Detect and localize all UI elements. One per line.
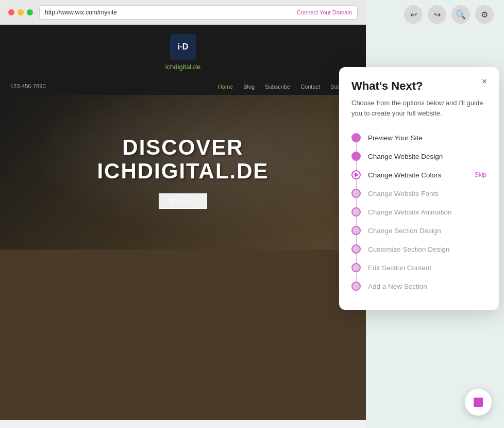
step-change-fonts[interactable]: Change Website Fonts xyxy=(351,184,486,203)
url-text: http://www.wix.com/mysite xyxy=(45,9,297,16)
hero-explore-button[interactable]: Explore xyxy=(159,193,207,209)
step-dot-6 xyxy=(351,226,361,235)
step-label-3: Change Website Colors xyxy=(368,171,471,179)
step-change-colors[interactable]: Change Website Colors Skip xyxy=(351,166,486,184)
traffic-lights xyxy=(8,9,33,15)
step-label-8: Edit Section Content xyxy=(368,264,486,272)
step-change-section-design[interactable]: Change Section Design xyxy=(351,221,486,240)
panel-title: What's Next? xyxy=(351,79,486,93)
nav-subscribe[interactable]: Subscribe xyxy=(265,84,290,90)
minimize-traffic-light[interactable] xyxy=(18,9,24,15)
browser-titlebar: http://www.wix.com/mysite Connect Your D… xyxy=(0,0,366,25)
steps-list: Preview Your Site Change Website Design … xyxy=(351,128,486,295)
step-dot-4 xyxy=(351,189,361,198)
step-label-4: Change Website Fonts xyxy=(368,190,486,197)
site-phone: 123-456-7890 xyxy=(10,83,46,89)
website-content: i·D ichdigital.de 123-456-7890 Home Blog… xyxy=(0,25,366,428)
close-traffic-light[interactable] xyxy=(8,9,14,15)
step-label-1: Preview Your Site xyxy=(368,134,486,142)
lower-section xyxy=(0,250,366,420)
settings-button[interactable]: ⚙ xyxy=(475,5,494,24)
step-label-9: Add a New Section xyxy=(368,283,486,290)
step-dot-9 xyxy=(351,282,361,291)
step-add-section[interactable]: Add a New Section xyxy=(351,277,486,295)
step-dot-5 xyxy=(351,207,361,217)
site-nav-links: Home Blog Subscribe Contact Subscribe xyxy=(218,81,356,91)
nav-blog[interactable]: Blog xyxy=(243,84,255,90)
step-label-5: Change Website Animation xyxy=(368,208,486,216)
site-domain: ichdigital.de xyxy=(0,63,366,71)
nav-contact[interactable]: Contact xyxy=(300,84,320,90)
step-dot-2 xyxy=(351,152,361,161)
step-change-animation[interactable]: Change Website Animation xyxy=(351,203,486,221)
site-nav: 123-456-7890 Home Blog Subscribe Contact… xyxy=(0,77,366,95)
panel-close-button[interactable]: × xyxy=(477,74,492,89)
step-dot-8 xyxy=(351,263,361,272)
url-bar[interactable]: http://www.wix.com/mysite Connect Your D… xyxy=(39,5,358,20)
step-skip-link[interactable]: Skip xyxy=(475,171,486,178)
zoom-button[interactable]: 🔍 xyxy=(451,5,470,24)
browser-top-right-controls: ↩ ↪ 🔍 ⚙ xyxy=(404,5,494,24)
step-edit-section-content[interactable]: Edit Section Content xyxy=(351,258,486,277)
step-dot-1 xyxy=(351,133,361,142)
hero-section: DISCOVER ICHDIGITAL.DE Explore xyxy=(0,95,366,250)
step-label-2: Change Website Design xyxy=(368,153,486,160)
site-header: i·D ichdigital.de xyxy=(0,25,366,77)
whats-next-panel: × What's Next? Choose from the options b… xyxy=(339,67,499,310)
hero-title: DISCOVER ICHDIGITAL.DE xyxy=(97,136,268,183)
nav-home[interactable]: Home xyxy=(218,84,233,90)
step-customize-section[interactable]: Customize Section Design xyxy=(351,240,486,258)
hero-content: DISCOVER ICHDIGITAL.DE Explore xyxy=(97,136,268,209)
browser-window: http://www.wix.com/mysite Connect Your D… xyxy=(0,0,366,428)
step-label-6: Change Section Design xyxy=(368,227,486,235)
hero-line1: DISCOVER xyxy=(97,136,268,159)
step-change-design[interactable]: Change Website Design xyxy=(351,147,486,166)
redo-button[interactable]: ↪ xyxy=(428,5,446,24)
step-dot-7 xyxy=(351,244,361,254)
step-preview-site[interactable]: Preview Your Site xyxy=(351,128,486,147)
step-label-7: Customize Section Design xyxy=(368,245,486,253)
hero-line2: ICHDIGITAL.DE xyxy=(97,159,268,183)
site-logo: i·D xyxy=(170,34,196,60)
panel-subtitle: Choose from the options below and I'll g… xyxy=(351,98,486,118)
maximize-traffic-light[interactable] xyxy=(27,9,33,15)
floating-stop-button[interactable] xyxy=(465,389,492,416)
stop-icon xyxy=(474,398,483,407)
undo-button[interactable]: ↩ xyxy=(404,5,423,24)
step-dot-3 xyxy=(351,170,361,179)
connect-domain-link[interactable]: Connect Your Domain xyxy=(297,9,352,15)
